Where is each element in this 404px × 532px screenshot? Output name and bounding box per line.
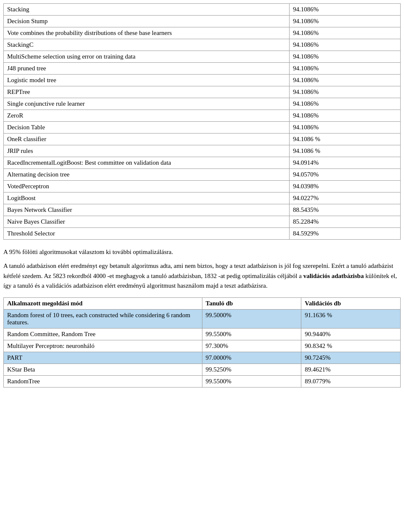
algorithm-value: 94.1086% (289, 98, 400, 110)
col-header-validDb: Validációs db (301, 298, 401, 310)
validDb-value: 90.7245% (301, 352, 401, 364)
method-name: Random forest of 10 trees, each construc… (4, 310, 202, 329)
table-row: Alternating decision tree 94.0570% (4, 169, 401, 181)
table-row: Single conjunctive rule learner 94.1086% (4, 98, 401, 110)
algorithm-value: 94.1086% (289, 86, 400, 98)
algorithm-name: StackingC (4, 39, 290, 51)
text-section: A 95% fölötti algoritmusokat választom k… (3, 247, 401, 291)
algorithm-value: 94.1086% (289, 4, 400, 16)
algorithm-name: Bayes Network Classifier (4, 204, 290, 216)
algorithm-value: 94.0570% (289, 169, 400, 181)
table-row: Multilayer Perceptron: neuronháló 97.300… (4, 340, 401, 352)
validDb-value: 90.9440% (301, 329, 401, 340)
table-row: Stacking 94.1086% (4, 4, 401, 16)
algorithm-name: MultiScheme selection using error on tra… (4, 51, 290, 63)
method-name: Random Committee, Random Tree (4, 329, 202, 340)
algorithm-value: 94.1086% (289, 51, 400, 63)
algorithm-name: ZeroR (4, 110, 290, 122)
validDb-value: 90.8342 % (301, 340, 401, 352)
col-header-tanuloDb: Tanuló db (202, 298, 301, 310)
tanuloDb-value: 97.300% (202, 340, 301, 352)
algorithm-name: Threshold Selector (4, 228, 290, 240)
algorithm-value: 94.1086% (289, 16, 400, 27)
algorithm-name: Decision Table (4, 122, 290, 134)
col-header-method: Alkalmazott megoldási mód (4, 298, 202, 310)
table-row: Decision Stump 94.1086% (4, 16, 401, 27)
table-row: PART 97.0000% 90.7245% (4, 352, 401, 364)
algorithm-name: Stacking (4, 4, 290, 16)
algorithm-value: 94.1086 % (289, 145, 400, 157)
algorithm-name: LogitBoost (4, 192, 290, 204)
tanuloDb-value: 99.5500% (202, 376, 301, 388)
method-name: PART (4, 352, 202, 364)
algorithm-value: 94.0398% (289, 181, 400, 192)
table-row: RacedIncrementalLogitBoost: Best committ… (4, 157, 401, 169)
validDb-value: 89.4621% (301, 364, 401, 376)
table-row: LogitBoost 94.0227% (4, 192, 401, 204)
table-row: JRIP rules 94.1086 % (4, 145, 401, 157)
algorithm-value: 94.1086% (289, 27, 400, 39)
algorithm-value: 94.1086% (289, 39, 400, 51)
method-name: Multilayer Perceptron: neuronháló (4, 340, 202, 352)
algorithm-name: Naive Bayes Classifier (4, 216, 290, 228)
validDb-value: 91.1636 % (301, 310, 401, 329)
algorithm-name: Vote combines the probability distributi… (4, 27, 290, 39)
algorithm-name: RacedIncrementalLogitBoost: Best committ… (4, 157, 290, 169)
table-row: OneR classifier 94.1086 % (4, 134, 401, 145)
method-name: RandomTree (4, 376, 202, 388)
algorithm-name: J48 pruned tree (4, 63, 290, 75)
algorithm-name: Decision Stump (4, 16, 290, 27)
table-row: RandomTree 99.5500% 89.0779% (4, 376, 401, 388)
tanuloDb-value: 97.0000% (202, 352, 301, 364)
algorithm-name: Single conjunctive rule learner (4, 98, 290, 110)
tanuloDb-value: 99.5500% (202, 329, 301, 340)
table-row: Random Committee, Random Tree 99.5500% 9… (4, 329, 401, 340)
algorithm-name: OneR classifier (4, 134, 290, 145)
table-row: Logistic model tree 94.1086% (4, 75, 401, 86)
algorithm-value: 85.2284% (289, 216, 400, 228)
table-row: KStar Beta 99.5250% 89.4621% (4, 364, 401, 376)
algorithm-name: Logistic model tree (4, 75, 290, 86)
tanuloDb-value: 99.5000% (202, 310, 301, 329)
algorithm-results-table: Stacking 94.1086% Decision Stump 94.1086… (3, 3, 401, 240)
table-row: StackingC 94.1086% (4, 39, 401, 51)
table-row: REPTree 94.1086% (4, 86, 401, 98)
algorithm-value: 94.0227% (289, 192, 400, 204)
table-row: Vote combines the probability distributi… (4, 27, 401, 39)
algorithm-value: 84.5929% (289, 228, 400, 240)
tanuloDb-value: 99.5250% (202, 364, 301, 376)
algorithm-name: Alternating decision tree (4, 169, 290, 181)
algorithm-value: 94.1086% (289, 63, 400, 75)
validDb-value: 89.0779% (301, 376, 401, 388)
table-row: Bayes Network Classifier 88.5435% (4, 204, 401, 216)
algorithm-name: REPTree (4, 86, 290, 98)
algorithm-name: VotedPerceptron (4, 181, 290, 192)
method-name: KStar Beta (4, 364, 202, 376)
algorithm-value: 94.1086% (289, 122, 400, 134)
table-row: VotedPerceptron 94.0398% (4, 181, 401, 192)
paragraph1: A 95% fölötti algoritmusokat választom k… (3, 247, 401, 257)
table-row: Random forest of 10 trees, each construc… (4, 310, 401, 329)
table-row: J48 pruned tree 94.1086% (4, 63, 401, 75)
paragraph2: A tanuló adatbázison elért eredményt egy… (3, 261, 401, 291)
algorithm-value: 94.1086 % (289, 134, 400, 145)
table-row: Decision Table 94.1086% (4, 122, 401, 134)
table-row: Naive Bayes Classifier 85.2284% (4, 216, 401, 228)
algorithm-value: 94.1086% (289, 75, 400, 86)
algorithm-value: 88.5435% (289, 204, 400, 216)
algorithm-name: JRIP rules (4, 145, 290, 157)
table-row: ZeroR 94.1086% (4, 110, 401, 122)
algorithm-value: 94.0914% (289, 157, 400, 169)
table-row: Threshold Selector 84.5929% (4, 228, 401, 240)
optimized-results-table: Alkalmazott megoldási mód Tanuló db Vali… (3, 297, 401, 388)
algorithm-value: 94.1086% (289, 110, 400, 122)
table-row: MultiScheme selection using error on tra… (4, 51, 401, 63)
